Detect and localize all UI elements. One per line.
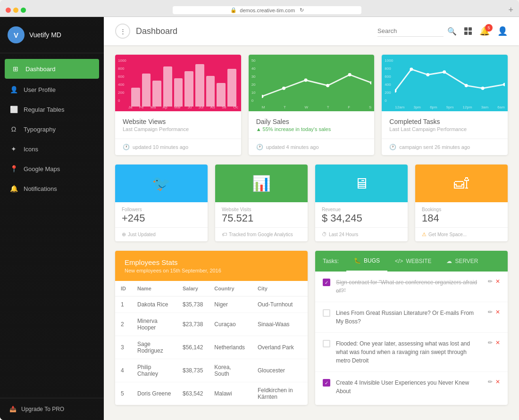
- chart-bar-icon: 📊: [252, 174, 271, 192]
- task-delete-button[interactable]: ✕: [495, 278, 500, 285]
- footer-text: Tracked from Google Analytics: [229, 232, 293, 237]
- table-body: 1 Dakota Rice $35,738 Niger Oud-Turnhout…: [115, 296, 308, 405]
- upgrade-label: Upgrade To PRO: [21, 406, 64, 412]
- cloud-icon: ☁: [446, 258, 452, 264]
- task-edit-button[interactable]: ✏: [488, 339, 493, 346]
- dashboard-icon: ⊞: [11, 65, 20, 73]
- stat-card-title: Website Views: [123, 118, 234, 125]
- followers-label: Followers: [122, 207, 201, 212]
- menu-button[interactable]: ⋮: [115, 24, 130, 39]
- tasks-header: Tasks: 🐛 BUGS </> WEBSITE: [315, 251, 508, 272]
- bookings-card: 🛋 Bookings 184 ⚠ Get More Space...: [415, 165, 508, 241]
- sidebar-item-notifications[interactable]: 🔔 Notifications: [0, 179, 104, 198]
- tab-bugs[interactable]: 🐛 BUGS: [346, 251, 387, 272]
- cell-id: 4: [115, 359, 132, 382]
- col-name: Name: [132, 281, 177, 296]
- daily-sales-card: 50403020100: [249, 55, 375, 155]
- stat-card-footer: 🕐 updated 4 minutes ago: [249, 139, 375, 155]
- sidebar-item-google-maps[interactable]: 📍 Google Maps: [0, 159, 104, 179]
- bar: [217, 83, 226, 107]
- cell-country: Netherlands: [209, 336, 252, 359]
- notifications-button[interactable]: 🔔 5: [479, 26, 490, 36]
- table-row: 4 Philip Chanley $38,735 Korea, South Gl…: [115, 359, 308, 382]
- url-bar[interactable]: 🔒 demos.creative-tim.com ↻: [173, 6, 361, 14]
- user-icon: 👤: [9, 85, 18, 94]
- task-edit-button[interactable]: ✏: [488, 379, 493, 385]
- bar: [163, 66, 172, 107]
- tag-icon: 🏷: [222, 231, 227, 237]
- sidebar: V Vuetify MD ⊞ Dashboard 👤 User Profile …: [0, 17, 104, 420]
- sidebar-item-regular-tables[interactable]: ⬜ Regular Tables: [0, 99, 104, 119]
- revenue-count: $ 34,245: [322, 212, 401, 224]
- twitter-icon: 🐦: [152, 174, 171, 192]
- reload-icon[interactable]: ↻: [300, 7, 304, 13]
- bar: [195, 64, 204, 107]
- task-actions: ✏ ✕: [488, 309, 500, 315]
- table-card-header: Employees Stats New employees on 15th Se…: [115, 251, 308, 281]
- bugs-icon: 🐛: [354, 257, 361, 264]
- col-country: Country: [209, 281, 252, 296]
- new-tab-button[interactable]: +: [508, 5, 513, 15]
- profile-button[interactable]: 👤: [497, 26, 508, 36]
- sidebar-item-dashboard[interactable]: ⊞ Dashboard: [5, 59, 99, 79]
- employee-data-table: ID Name Salary Country City 1: [115, 281, 308, 405]
- bar: [152, 81, 161, 107]
- tab-server[interactable]: ☁ SERVER: [439, 251, 486, 272]
- website-views-chart: 10008006004002000: [115, 55, 241, 111]
- task-text: Lines From Great Russian Literature? Or …: [336, 309, 482, 326]
- website-tab-label: WEBSITE: [406, 258, 431, 264]
- chart-x-labels: 12am3pm6pm9pm12pm3am6am: [395, 105, 505, 109]
- cell-city: Gloucester: [252, 359, 308, 382]
- table-row: 2 Minerva Hooper $23,738 Curaçao Sinaai-…: [115, 313, 308, 336]
- grid-view-button[interactable]: [464, 27, 472, 35]
- lock-icon: 🔒: [230, 7, 237, 13]
- task-edit-button[interactable]: ✏: [488, 309, 493, 315]
- traffic-lights: [6, 8, 26, 13]
- sidebar-nav: ⊞ Dashboard 👤 User Profile ⬜ Regular Tab…: [0, 53, 104, 398]
- task-checkbox[interactable]: [323, 340, 330, 347]
- table-row: 3 Sage Rodriguez $56,142 Netherlands Ove…: [115, 336, 308, 359]
- cell-city: Oud-Turnhout: [252, 296, 308, 313]
- sidebar-logo: V Vuetify MD: [0, 17, 104, 53]
- minimize-button[interactable]: [13, 8, 18, 13]
- task-delete-button[interactable]: ✕: [495, 379, 500, 385]
- cell-id: 1: [115, 296, 132, 313]
- stat-card-title: Daily Sales: [256, 118, 367, 125]
- task-delete-button[interactable]: ✕: [495, 309, 500, 315]
- task-checkbox[interactable]: ✓: [323, 379, 330, 387]
- sidebar-item-typography[interactable]: Ω Typography: [0, 119, 104, 139]
- typography-icon: Ω: [9, 125, 18, 133]
- svg-point-8: [427, 73, 430, 76]
- search-button[interactable]: 🔍: [447, 27, 457, 36]
- upgrade-button[interactable]: 📥 Upgrade To PRO: [0, 398, 104, 420]
- cell-salary: $38,735: [177, 359, 209, 382]
- task-delete-button[interactable]: ✕: [495, 339, 500, 346]
- cell-id: 5: [115, 382, 132, 405]
- cell-id: 3: [115, 336, 132, 359]
- website-views-card: 10008006004002000: [115, 55, 241, 155]
- sidebar-item-user-profile[interactable]: 👤 User Profile: [0, 80, 104, 99]
- close-button[interactable]: [6, 8, 11, 13]
- stat-footer-text: updated 10 minutes ago: [133, 144, 188, 150]
- sidebar-item-label: Regular Tables: [24, 106, 64, 113]
- chart-y-labels: 10008006004002000: [385, 58, 393, 103]
- dots-icon: ⋮: [120, 28, 126, 35]
- task-edit-button[interactable]: ✏: [488, 278, 493, 285]
- tab-website[interactable]: </> WEBSITE: [387, 251, 439, 272]
- task-checkbox[interactable]: ✓: [323, 279, 330, 286]
- stat-card-subtitle: Last Campaign Performance: [123, 126, 234, 132]
- chart-y-labels: 10008006004002000: [118, 58, 126, 103]
- grid-icon: [464, 27, 472, 35]
- bookings-label: Bookings: [422, 207, 501, 212]
- daily-sales-chart: 50403020100: [249, 55, 375, 111]
- maximize-button[interactable]: [21, 8, 26, 13]
- sidebar-item-icons[interactable]: ✦ Icons: [0, 139, 104, 159]
- page-title: Dashboard: [136, 26, 377, 36]
- sidebar-item-label: User Profile: [24, 86, 56, 93]
- chart-icon-area: 📊: [215, 165, 308, 202]
- cell-name: Sage Rodriguez: [132, 336, 177, 359]
- cell-country: Niger: [209, 296, 252, 313]
- main-content: ⋮ Dashboard 🔍 🔔 5: [104, 17, 519, 420]
- task-checkbox[interactable]: [323, 309, 330, 317]
- search-input[interactable]: [377, 25, 444, 37]
